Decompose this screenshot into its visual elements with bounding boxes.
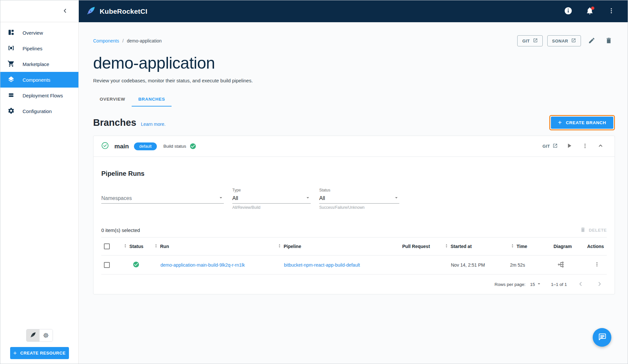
sidebar-item-label: Pipelines (23, 46, 42, 51)
build-status-success-icon (190, 143, 196, 150)
sort-icon[interactable] (154, 243, 158, 249)
pipeline-runs-heading: Pipeline Runs (101, 157, 607, 177)
kebab-menu-icon (582, 143, 588, 150)
tabs: OVERVIEW BRANCHES (93, 92, 615, 107)
sidebar-item-label: Configuration (23, 108, 52, 114)
sidebar-collapse-button[interactable] (60, 6, 70, 16)
trigger-build-button[interactable] (563, 140, 575, 153)
rocket-icon (30, 332, 36, 339)
tab-overview[interactable]: OVERVIEW (93, 92, 132, 107)
type-select[interactable]: All (232, 193, 311, 204)
type-filter-value: All (232, 195, 238, 201)
breadcrumb-separator: / (122, 38, 124, 43)
sidebar-item-marketplace[interactable]: Marketplace (0, 56, 78, 72)
status-select[interactable]: All (319, 193, 399, 204)
selection-count: 0 item(s) selected (101, 227, 140, 233)
next-page-button[interactable] (595, 280, 604, 289)
sidebar-item-configuration[interactable]: Configuration (0, 103, 78, 119)
git-button[interactable]: GIT (517, 35, 542, 46)
sidebar-item-label: Components (23, 77, 50, 83)
rows-per-page-value: 15 (530, 282, 535, 287)
chevron-up-icon (597, 142, 604, 150)
table-header-row: Status Run Pipeline (101, 238, 607, 255)
started-at-cell: Nov 14, 2:51 PM (444, 262, 510, 268)
namespaces-filter: Namespaces (101, 188, 224, 210)
edit-button[interactable] (586, 35, 598, 47)
type-filter-label: Type (232, 188, 311, 193)
info-button[interactable] (562, 5, 575, 18)
delete-selected-button[interactable]: DELETE (580, 227, 607, 234)
create-branch-button[interactable]: + CREATE BRANCH (551, 117, 613, 129)
kubernetes-wheel-icon: ☸ (43, 332, 49, 339)
column-header-time: Time (517, 244, 527, 249)
pagination-range: 1–1 of 1 (551, 282, 567, 287)
sidebar-item-deployment-flows[interactable]: Deployment Flows (0, 88, 78, 103)
trash-icon (605, 37, 612, 45)
diagram-button[interactable] (555, 260, 566, 270)
kebab-menu-icon (608, 7, 615, 15)
kubernetes-view-toggle-button[interactable]: ☸ (40, 329, 53, 341)
git-button-label: GIT (522, 39, 530, 43)
pipeline-link[interactable]: bitbucket-npm-react-app-build-default (284, 262, 360, 268)
run-link[interactable]: demo-application-main-build-9lk2q-r-rn1l… (160, 262, 245, 268)
rocket-logo-icon (86, 6, 96, 17)
layers-icon (8, 76, 15, 84)
table-pagination: Rows per page: 15 1–1 of 1 (101, 274, 607, 294)
page-title: demo-application (93, 54, 615, 73)
sonar-button-label: SONAR (552, 39, 568, 43)
kebab-menu-icon (594, 261, 600, 268)
external-link-icon (533, 38, 538, 44)
page-actions: GIT SONAR (517, 35, 615, 47)
sort-icon[interactable] (510, 243, 515, 249)
info-icon (564, 7, 572, 16)
type-filter: Type All All/Review/Build (232, 188, 311, 210)
build-status-label: Build status (163, 144, 186, 149)
row-menu-button[interactable] (592, 260, 602, 270)
sidebar-item-label: Marketplace (23, 61, 49, 67)
tab-branches[interactable]: BRANCHES (132, 92, 172, 107)
external-link-icon (571, 38, 576, 44)
create-resource-button[interactable]: + CREATE RESOURCE (10, 347, 69, 359)
plus-icon: + (13, 350, 17, 357)
namespaces-placeholder: Namespaces (101, 195, 132, 201)
namespaces-select[interactable]: Namespaces (101, 193, 224, 204)
sidebar-item-pipelines[interactable]: Pipelines (0, 41, 78, 56)
delete-component-button[interactable] (603, 35, 615, 47)
collapse-branch-button[interactable] (594, 140, 607, 153)
breadcrumb-components-link[interactable]: Components (93, 38, 119, 43)
cart-icon (8, 60, 15, 68)
rocket-view-toggle-button[interactable] (26, 329, 40, 341)
delete-label: DELETE (589, 228, 607, 233)
rows-per-page-select[interactable]: 15 (530, 281, 542, 288)
branch-git-button[interactable]: GIT (540, 141, 560, 151)
dashboard-icon (8, 29, 15, 37)
sidebar-item-overview[interactable]: Overview (0, 25, 78, 41)
default-branch-chip: default (134, 142, 157, 150)
notification-badge (591, 7, 594, 10)
caret-down-icon (305, 195, 311, 202)
chevron-left-icon (577, 281, 584, 288)
sort-icon[interactable] (123, 243, 128, 249)
type-filter-helper: All/Review/Build (232, 205, 311, 210)
branch-header-row: main default Build status GIT (93, 136, 615, 157)
sidebar-item-label: Deployment Flows (23, 93, 63, 98)
row-checkbox[interactable] (104, 262, 110, 268)
branch-menu-button[interactable] (579, 140, 591, 153)
previous-page-button[interactable] (576, 280, 585, 289)
chat-fab-button[interactable] (593, 328, 611, 347)
caret-down-icon (393, 195, 399, 202)
notifications-button[interactable] (583, 5, 596, 18)
learn-more-link[interactable]: Learn more. (141, 122, 165, 127)
column-header-diagram: Diagram (554, 244, 572, 249)
header-actions (562, 5, 618, 18)
chevron-right-icon (596, 281, 603, 288)
header-menu-button[interactable] (605, 5, 618, 18)
status-filter: Status All Success/Failure/Unknown (319, 188, 399, 210)
sort-icon[interactable] (444, 243, 449, 249)
stacked-bars-icon (8, 91, 15, 100)
sort-icon[interactable] (277, 243, 282, 249)
select-all-checkbox[interactable] (104, 243, 110, 249)
sidebar-item-components[interactable]: Components (0, 72, 78, 88)
pipelines-icon (8, 44, 15, 53)
sonar-button[interactable]: SONAR (547, 35, 581, 46)
